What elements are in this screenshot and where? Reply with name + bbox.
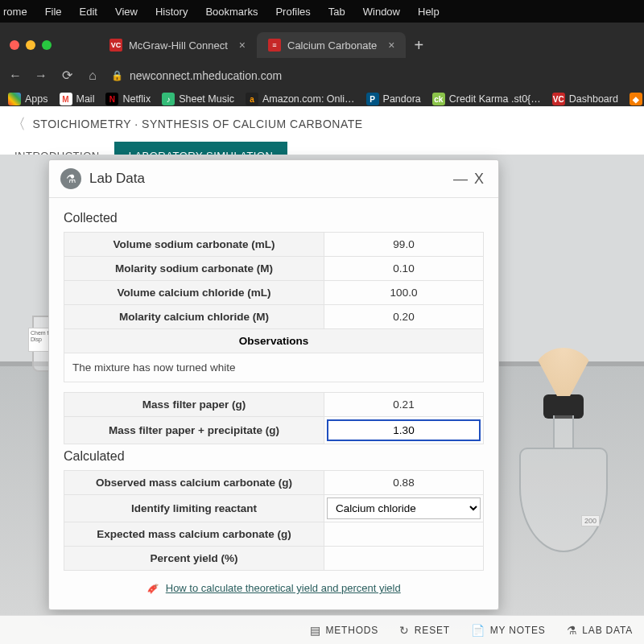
reload-icon[interactable]: ⟳ [60,68,74,83]
url-bar[interactable]: 🔒 newconnect.mheducation.com [111,69,636,82]
new-tab-button[interactable]: + [406,36,431,55]
home-icon[interactable]: ⌂ [85,68,100,83]
browser-tab[interactable]: VC McGraw-Hill Connect × [98,32,257,58]
bookmark-label: Sheet Music [179,93,234,105]
menu-item[interactable]: Tab [328,6,345,18]
panel-body: Collected Volume sodium carbonate (mL)99… [49,198,498,609]
back-icon[interactable]: ← [8,68,23,83]
pandora-icon: P [366,93,379,105]
mass-table: Mass filter paper (g)0.21 Mass filter pa… [64,392,484,444]
menu-item[interactable]: Profiles [275,6,310,18]
tab-close-icon[interactable]: × [388,39,394,52]
browser-tab-active[interactable]: ≡ Calcium Carbonate × [257,32,406,58]
tab-close-icon[interactable]: × [239,39,246,52]
calculated-heading: Calculated [64,449,484,464]
back-chevron-icon[interactable]: 〈 [11,114,27,134]
mac-menu-bar: rome File Edit View History Bookmarks Pr… [0,0,644,23]
observations-text: The mixture has now turned white [64,353,484,382]
row-label: Molarity sodium carbonate (M) [64,257,324,281]
bookmark-amazon[interactable]: aAmazon.com: Onli… [246,93,355,105]
row-label: Identify limiting reactant [64,495,324,522]
limiting-reactant-select[interactable]: Calcium chloride [327,497,481,519]
row-value[interactable] [324,547,484,571]
bookmark-mail[interactable]: MMail [60,93,95,105]
table-row: Expected mass calcium carbonate (g) [64,522,484,547]
row-value: 0.20 [324,305,484,329]
flask-icon: ⚗ [60,168,81,189]
notes-icon: 📄 [471,624,485,637]
calculated-table: Observed mass calcium carbonate (g)0.88 … [64,470,484,571]
reset-button[interactable]: ↻RESET [399,624,450,637]
netflix-icon: N [105,93,118,105]
funnel-icon [531,348,596,396]
page-content: 〈 STOICHIOMETRY · SYNTHESIS OF CALCIUM C… [0,106,644,644]
menu-item[interactable]: Window [363,6,400,18]
bottom-toolbar: ▤METHODS ↻RESET 📄MY NOTES ⚗LAB DATA [0,615,644,644]
optum-icon: ◆ [630,93,642,105]
window-controls: VC McGraw-Hill Connect × ≡ Calcium Carbo… [0,23,644,63]
close-icon[interactable]: X [471,171,487,188]
menu-item[interactable]: File [45,6,62,18]
bookmark-credit-karma[interactable]: ckCredit Karma .st0{… [432,93,541,105]
filtration-setup [515,348,612,605]
row-value[interactable] [324,522,484,547]
forward-icon[interactable]: → [34,68,48,83]
bookmark-optum-bank[interactable]: ◆Optum Bank [630,93,644,105]
collected-heading: Collected [64,211,484,225]
bookmark-label: Netflix [122,93,151,105]
bookmark-netflix[interactable]: NNetflix [105,93,151,105]
menu-item[interactable]: Edit [80,6,97,18]
row-label: Percent yield (%) [64,547,324,571]
lab-data-button[interactable]: ⚗LAB DATA [567,624,633,637]
flask-icon: ⚗ [567,624,578,637]
bookmark-apps[interactable]: Apps [8,93,48,105]
help-row: 🔖 How to calculate theoretical yield and… [64,571,484,598]
table-row: Molarity sodium carbonate (M)0.10 [64,257,484,281]
table-row: Volume calcium chloride (mL)100.0 [64,281,484,305]
row-label: Expected mass calcium carbonate (g) [64,522,324,547]
menu-item[interactable]: rome [3,6,27,18]
table-row: Observed mass calcium carbonate (g)0.88 [64,471,484,495]
erlenmeyer-flask-icon [519,415,608,552]
table-row: Identify limiting reactantCalcium chlori… [64,495,484,522]
panel-title: Lab Data [89,171,450,187]
window-maximize-icon[interactable] [42,40,52,50]
credit-karma-icon: ck [432,93,445,105]
minimize-icon[interactable]: — [450,171,471,188]
row-value: 99.0 [324,233,484,257]
mass-precipitate-input[interactable] [327,419,481,441]
address-bar-row: ← → ⟳ ⌂ 🔒 newconnect.mheducation.com [0,63,644,89]
observations-heading: Observations [64,329,484,353]
tab-label: Calcium Carbonate [287,39,377,52]
menu-item[interactable]: View [115,6,138,18]
bookmark-dashboard[interactable]: VCDashboard [552,93,618,105]
table-row: Molarity calcium chloride (M)0.20 [64,305,484,329]
dashboard-icon: VC [552,93,565,105]
row-label: Volume calcium chloride (mL) [64,281,324,305]
table-row: Mass filter paper (g)0.21 [64,393,484,417]
menu-item[interactable]: Help [418,6,440,18]
breadcrumb-text: STOICHIOMETRY · SYNTHESIS OF CALCIUM CAR… [33,118,363,130]
row-value: 0.21 [324,393,484,417]
table-row: Observations [64,329,484,353]
tag-icon: 🔖 [147,583,159,595]
window-close-icon[interactable] [10,40,19,50]
bookmark-pandora[interactable]: PPandora [366,93,421,105]
bookmark-label: Credit Karma .st0{… [449,93,541,105]
sheet-music-icon: ♪ [162,93,175,105]
bookmark-sheet-music[interactable]: ♪Sheet Music [162,93,234,105]
mail-icon: M [60,93,72,105]
table-row: The mixture has now turned white [64,353,484,382]
row-label: Mass filter paper (g) [64,393,324,417]
bookmark-label: Apps [25,93,48,105]
breadcrumb: 〈 STOICHIOMETRY · SYNTHESIS OF CALCIUM C… [0,106,644,142]
methods-button[interactable]: ▤METHODS [310,624,378,637]
menu-item[interactable]: Bookmarks [205,6,258,18]
my-notes-button[interactable]: 📄MY NOTES [471,624,546,637]
window-minimize-icon[interactable] [26,40,35,50]
menu-item[interactable]: History [155,6,188,18]
row-value: 0.10 [324,257,484,281]
bookmark-label: Amazon.com: Onli… [262,93,355,105]
help-link[interactable]: How to calculate theoretical yield and p… [166,582,401,594]
bookmark-label: Pandora [383,93,421,105]
